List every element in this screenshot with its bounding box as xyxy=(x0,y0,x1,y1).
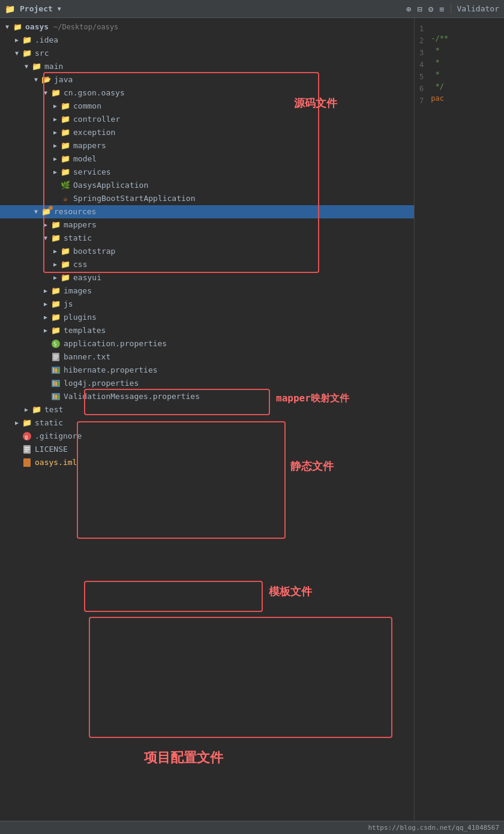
app-props-icon: S xyxy=(50,339,61,349)
validation-icon xyxy=(50,392,61,401)
settings-icon[interactable]: ⚙ xyxy=(428,4,433,14)
cn-gson-arrow: ▼ xyxy=(41,86,50,100)
root-folder-icon: 📁 xyxy=(12,22,23,32)
java-folder-icon: 📂 xyxy=(41,75,52,85)
tree-item-gitignore[interactable]: g .gitignore xyxy=(0,430,414,443)
toolbar-icons: ⊕ ⊟ ⚙ ≡ Validator xyxy=(406,4,499,14)
tree-item-src[interactable]: ▼ 📁 src xyxy=(0,47,414,60)
main-label: main xyxy=(44,60,63,73)
tree-item-banner[interactable]: banner.txt xyxy=(0,350,414,364)
tree-item-model[interactable]: ▶ 📁 model xyxy=(0,152,414,166)
common-arrow: ▶ xyxy=(50,100,60,113)
svg-rect-17 xyxy=(58,395,59,399)
src-folder-icon: 📁 xyxy=(22,49,32,58)
css-label: css xyxy=(73,258,87,271)
services-arrow: ▶ xyxy=(50,166,60,179)
oasys-app-label: OasysApplication xyxy=(73,179,148,192)
tree-item-images[interactable]: ▶ 📁 images xyxy=(0,284,414,298)
code-line-1 xyxy=(428,20,504,32)
plugins-arrow: ▶ xyxy=(41,311,50,324)
easyui-label: easyui xyxy=(73,271,101,284)
tree-item-common[interactable]: ▶ 📁 common xyxy=(0,100,414,113)
tree-item-license[interactable]: LICENSE xyxy=(0,443,414,456)
svg-rect-7 xyxy=(53,368,55,373)
file-tree: ▼ 📁 oasys ~/Desktop/oasys ▶ 📁 .idea ▼ 📁 … xyxy=(0,18,414,821)
tree-item-static-root[interactable]: ▶ 📁 static xyxy=(0,416,414,430)
validator-tab[interactable]: Validator xyxy=(451,4,499,13)
config-annotation-label: 项目配置文件 xyxy=(144,749,223,767)
project-icon: 📁 xyxy=(5,4,15,14)
tree-item-main[interactable]: ▼ 📁 main xyxy=(0,60,414,73)
tree-item-bootstrap[interactable]: ▶ 📁 bootstrap xyxy=(0,245,414,258)
tree-item-css[interactable]: ▶ 📁 css xyxy=(0,258,414,271)
mappers-arrow: ▶ xyxy=(50,139,60,152)
svg-rect-11 xyxy=(53,381,55,386)
svg-rect-12 xyxy=(55,382,57,386)
tree-item-plugins[interactable]: ▶ 📁 plugins xyxy=(0,311,414,324)
svg-rect-8 xyxy=(55,368,57,373)
banner-label: banner.txt xyxy=(64,350,110,364)
tree-item-oasys-app[interactable]: 🌿 OasysApplication xyxy=(0,179,414,192)
controller-folder-icon: 📁 xyxy=(60,115,71,124)
static-folder-icon: 📁 xyxy=(50,233,61,243)
tree-item-services[interactable]: ▶ 📁 services xyxy=(0,166,414,179)
mappers-res-folder-icon: 📁 xyxy=(50,220,61,230)
js-folder-icon: 📁 xyxy=(50,299,61,309)
code-line-4: * xyxy=(428,56,504,68)
tree-item-application-props[interactable]: S application.properties xyxy=(0,337,414,350)
iml-label: oasys.iml xyxy=(35,456,77,469)
exception-label: exception xyxy=(73,126,115,139)
tree-item-controller[interactable]: ▶ 📁 controller xyxy=(0,113,414,126)
templates-folder-icon: 📁 xyxy=(50,326,61,335)
tree-item-easyui[interactable]: ▶ 📁 easyui xyxy=(0,271,414,284)
gitignore-icon: g xyxy=(22,431,32,441)
main-folder-icon: 📁 xyxy=(31,62,42,71)
line-num-1: 1 xyxy=(419,23,424,35)
svg-rect-24 xyxy=(23,458,31,467)
static-root-label: static xyxy=(35,416,63,430)
tree-item-java[interactable]: ▼ 📂 java xyxy=(0,73,414,86)
gitignore-label: .gitignore xyxy=(35,430,82,443)
images-arrow: ▶ xyxy=(41,284,50,298)
services-label: services xyxy=(73,166,111,179)
tree-item-idea[interactable]: ▶ 📁 .idea xyxy=(0,34,414,47)
line-num-5: 5 xyxy=(419,71,424,83)
springboot-label: SpringBootStartApplication xyxy=(73,192,196,205)
tree-item-resources[interactable]: ▼ 📁 resources xyxy=(0,205,414,218)
resources-folder-icon: 📁 xyxy=(41,207,52,217)
src-arrow: ▼ xyxy=(12,47,22,60)
tree-item-test[interactable]: ▶ 📁 test xyxy=(0,403,414,416)
tree-item-static[interactable]: ▼ 📁 static xyxy=(0,232,414,245)
templates-annotation-box xyxy=(84,581,263,612)
model-folder-icon: 📁 xyxy=(60,154,71,164)
more-icon[interactable]: ≡ xyxy=(439,4,444,14)
status-url: https://blog.csdn.net/qq_41048567 xyxy=(368,824,499,832)
collapse-icon[interactable]: ⊟ xyxy=(417,4,422,14)
tree-item-mappers-res[interactable]: ▶ 📁 mappers xyxy=(0,218,414,232)
controller-label: controller xyxy=(73,113,120,126)
code-line-7: pac xyxy=(428,92,504,104)
tree-item-validation-props[interactable]: ValidationMessages.properties xyxy=(0,390,414,403)
code-line-3: * xyxy=(428,44,504,56)
tree-item-templates[interactable]: ▶ 📁 templates xyxy=(0,324,414,337)
cn-gson-folder-icon: 📁 xyxy=(50,88,61,98)
bootstrap-arrow: ▶ xyxy=(50,245,60,258)
svg-text:S: S xyxy=(53,341,56,347)
templates-label: templates xyxy=(64,324,106,337)
static-label: static xyxy=(64,232,92,245)
tree-item-js[interactable]: ▶ 📁 js xyxy=(0,298,414,311)
tree-item-exception[interactable]: ▶ 📁 exception xyxy=(0,126,414,139)
src-label: src xyxy=(35,47,49,60)
test-folder-icon: 📁 xyxy=(31,405,42,415)
css-folder-icon: 📁 xyxy=(60,260,71,269)
tree-item-log4j-props[interactable]: log4j.properties xyxy=(0,377,414,390)
sync-icon[interactable]: ⊕ xyxy=(406,4,411,14)
tree-item-cn-gson[interactable]: ▼ 📁 cn.gson.oasys xyxy=(0,86,414,100)
tree-root[interactable]: ▼ 📁 oasys ~/Desktop/oasys xyxy=(0,20,414,34)
license-label: LICENSE xyxy=(35,443,68,456)
tree-item-oasys-iml[interactable]: oasys.iml xyxy=(0,456,414,469)
toolbar: 📁 Project ▼ ⊕ ⊟ ⚙ ≡ Validator xyxy=(0,0,504,18)
tree-item-mappers[interactable]: ▶ 📁 mappers xyxy=(0,139,414,152)
tree-item-hibernate-props[interactable]: hibernate.properties xyxy=(0,364,414,377)
tree-item-springboot-app[interactable]: ☕ SpringBootStartApplication xyxy=(0,192,414,205)
